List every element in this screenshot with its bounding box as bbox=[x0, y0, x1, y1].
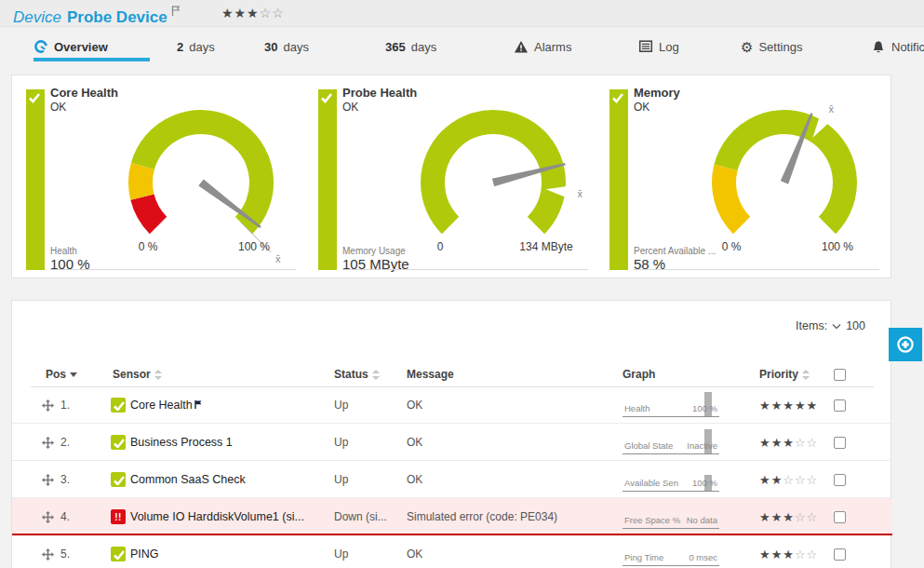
check-icon bbox=[320, 92, 333, 103]
mini-graph: Ping Time0 msec bbox=[623, 542, 719, 566]
tab-label: days bbox=[283, 40, 308, 54]
gauge-channel-label: Memory Usage bbox=[342, 246, 406, 256]
column-header-pos[interactable]: Pos bbox=[46, 362, 77, 386]
mini-graph-channel: Health bbox=[624, 403, 649, 413]
priority-stars[interactable]: ★★★☆☆ bbox=[759, 424, 818, 461]
bell-icon bbox=[871, 40, 886, 54]
tab-log[interactable]: Log bbox=[638, 35, 679, 58]
sensor-ok-icon bbox=[111, 435, 126, 450]
drag-handle[interactable] bbox=[42, 461, 54, 498]
sensor-name-link[interactable]: Common SaaS Check bbox=[130, 461, 246, 498]
stars-empty: ☆☆☆ bbox=[783, 473, 818, 487]
column-header-sensor[interactable]: Sensor bbox=[113, 362, 162, 386]
move-icon bbox=[42, 511, 54, 523]
device-priority-stars[interactable]: ★★★☆☆ bbox=[221, 6, 285, 20]
flag-outline-icon bbox=[171, 6, 181, 17]
table-row: 4.!!Volume IO HarddiskVolume1 (si...Down… bbox=[12, 498, 892, 535]
column-header-label: Priority bbox=[759, 368, 798, 381]
drag-handle[interactable] bbox=[42, 535, 54, 568]
items-label: Items: bbox=[796, 319, 827, 332]
sensor-state-cell bbox=[111, 535, 126, 568]
priority-stars[interactable]: ★★★★★ bbox=[759, 386, 818, 424]
mini-graph-cell[interactable]: Available Sen100 % bbox=[623, 461, 719, 498]
column-header-label: Graph bbox=[623, 368, 655, 381]
mini-graph: Global StateInactive bbox=[623, 430, 719, 454]
mini-graph-bar bbox=[704, 475, 712, 491]
tab-notific[interactable]: Notific bbox=[871, 35, 924, 58]
sensor-name-link[interactable]: Core Health bbox=[130, 386, 202, 424]
gauge-status-bar bbox=[609, 89, 628, 270]
check-icon bbox=[113, 549, 125, 560]
priority-stars[interactable]: ★★★☆☆ bbox=[759, 498, 818, 535]
device-name: Probe Device bbox=[67, 8, 167, 26]
sensor-name-link[interactable]: Volume IO HarddiskVolume1 (si... bbox=[130, 498, 304, 535]
row-checkbox-wrap bbox=[834, 386, 846, 424]
sensor-state-cell bbox=[111, 461, 126, 498]
svg-text:x̄: x̄ bbox=[578, 188, 583, 199]
flag-outline-icon[interactable] bbox=[171, 3, 181, 20]
position-cell: 4. bbox=[60, 498, 70, 535]
mini-graph-channel: Global State bbox=[624, 440, 673, 451]
tab-label: Settings bbox=[758, 40, 802, 54]
column-header-message[interactable]: Message bbox=[407, 362, 454, 386]
column-header-status[interactable]: Status bbox=[334, 362, 380, 386]
row-checkbox-wrap bbox=[834, 498, 846, 535]
row-checkbox[interactable] bbox=[834, 474, 846, 486]
row-checkbox[interactable] bbox=[834, 548, 846, 561]
column-header-label: Sensor bbox=[113, 368, 151, 381]
message-cell: OK bbox=[407, 386, 422, 424]
stars-filled: ★★★★★ bbox=[759, 399, 818, 412]
mini-graph: Available Sen100 % bbox=[623, 467, 719, 492]
gauge-status-bar bbox=[318, 89, 337, 270]
svg-text:x̄: x̄ bbox=[275, 253, 281, 264]
column-header-graph[interactable]: Graph bbox=[623, 362, 655, 386]
chevron-down-icon bbox=[832, 319, 841, 332]
drag-handle[interactable] bbox=[42, 498, 54, 535]
tab-days[interactable]: 2days bbox=[177, 35, 215, 58]
items-count-control[interactable]: Items: 100 bbox=[796, 319, 865, 332]
tab-count: 2 bbox=[177, 40, 183, 54]
mini-graph-channel: Available Sen bbox=[624, 478, 678, 488]
gauge-tile-core-health: Core HealthOKx̄0 %100 %Health100 % bbox=[26, 75, 305, 278]
table-row: 3.Common SaaS CheckUpOKAvailable Sen100 … bbox=[12, 461, 892, 498]
priority-stars[interactable]: ★★★☆☆ bbox=[759, 535, 818, 568]
sort-both-icon bbox=[802, 370, 810, 380]
sensor-name-link[interactable]: PING bbox=[130, 535, 159, 568]
drag-handle[interactable] bbox=[42, 424, 54, 461]
sensor-name-link[interactable]: Business Process 1 bbox=[130, 424, 233, 461]
tab-alarms[interactable]: Alarms bbox=[514, 35, 571, 58]
check-icon bbox=[113, 400, 125, 411]
gauge-title: Memory bbox=[634, 86, 680, 100]
position-cell: 3. bbox=[60, 461, 70, 498]
stars-filled: ★★★ bbox=[759, 436, 795, 450]
select-all-checkbox[interactable] bbox=[834, 369, 846, 381]
mini-graph-cell[interactable]: Global StateInactive bbox=[623, 424, 719, 461]
sensor-name: Volume IO HarddiskVolume1 (si... bbox=[130, 510, 304, 523]
check-icon bbox=[28, 92, 41, 103]
mini-graph-channel: Ping Time bbox=[624, 552, 663, 562]
status-cell: Up bbox=[334, 424, 348, 461]
add-sensor-button[interactable] bbox=[889, 328, 922, 361]
drag-handle[interactable] bbox=[42, 386, 54, 424]
sensor-ok-icon bbox=[111, 547, 126, 561]
mini-graph-cell[interactable]: Ping Time0 msec bbox=[623, 535, 719, 568]
row-checkbox[interactable] bbox=[834, 399, 846, 412]
gauge-status: OK bbox=[634, 101, 649, 114]
sort-desc-icon bbox=[70, 372, 77, 377]
gauge-dial: x̄0134 MByte bbox=[389, 89, 597, 266]
tab-days[interactable]: 30days bbox=[264, 35, 309, 58]
priority-stars[interactable]: ★★☆☆☆ bbox=[759, 461, 818, 498]
warning-icon bbox=[514, 40, 529, 54]
mini-graph-cell[interactable]: Free Space %No data bbox=[623, 498, 719, 535]
column-header-priority[interactable]: Priority bbox=[759, 362, 810, 386]
tab-settings[interactable]: ⚙Settings bbox=[741, 35, 802, 58]
svg-text:0 %: 0 % bbox=[139, 240, 158, 253]
status-cell: Down (si... bbox=[334, 498, 387, 535]
tab-days[interactable]: 365days bbox=[385, 35, 436, 58]
row-checkbox[interactable] bbox=[834, 511, 846, 523]
row-checkbox[interactable] bbox=[834, 437, 846, 449]
mini-graph-cell[interactable]: Health100 % bbox=[623, 386, 719, 424]
gauge-status: OK bbox=[50, 101, 66, 114]
message-cell: Simulated error (code: PE034) bbox=[407, 498, 557, 535]
tab-overview[interactable]: Overview bbox=[33, 35, 108, 58]
